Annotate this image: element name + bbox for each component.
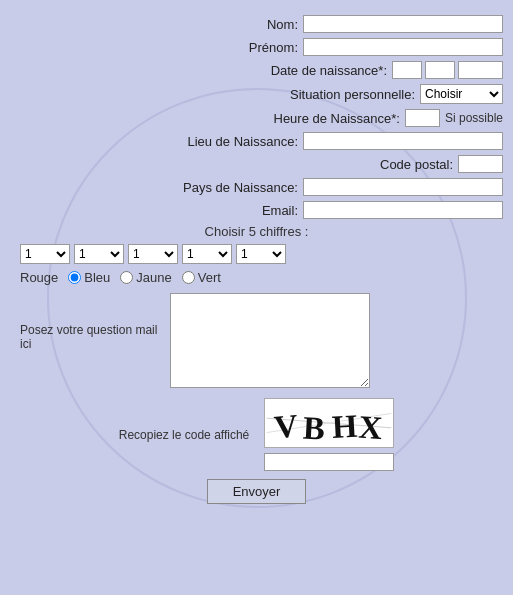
lieu-label: Lieu de Naissance:	[187, 134, 298, 149]
vert-label: Vert	[198, 270, 221, 285]
prenom-input[interactable]	[303, 38, 503, 56]
bleu-radio[interactable]	[68, 271, 81, 284]
dob-day-input[interactable]	[392, 61, 422, 79]
question-section: Posez votre question mail ici	[10, 293, 503, 388]
email-row: Email:	[10, 201, 503, 219]
bleu-label: Bleu	[84, 270, 110, 285]
dob-row: Date de naissance*:	[10, 61, 503, 79]
pays-row: Pays de Naissance:	[10, 178, 503, 196]
lieu-row: Lieu de Naissance:	[10, 132, 503, 150]
pays-label: Pays de Naissance:	[183, 180, 298, 195]
situation-select[interactable]: Choisir Célibataire Marié(e) Divorcé(e) …	[420, 84, 503, 104]
digit-dropdowns-row: 1234 56789 1234 56789 1234 56789 1234 56…	[10, 244, 503, 264]
jaune-option: Jaune	[120, 270, 171, 285]
submit-button[interactable]: Envoyer	[207, 479, 307, 504]
si-possible-text: Si possible	[445, 111, 503, 125]
digit-select-2[interactable]: 1234 56789	[74, 244, 124, 264]
question-label: Posez votre question mail ici	[20, 293, 160, 388]
situation-label: Situation personnelle:	[290, 87, 415, 102]
lieu-input[interactable]	[303, 132, 503, 150]
pays-input[interactable]	[303, 178, 503, 196]
rouge-label: Rouge	[20, 270, 58, 285]
situation-row: Situation personnelle: Choisir Célibatai…	[10, 84, 503, 104]
digit-select-1[interactable]: 1234 56789	[20, 244, 70, 264]
digit-select-3[interactable]: 1234 56789	[128, 244, 178, 264]
svg-text:B: B	[302, 409, 329, 446]
email-label: Email:	[262, 203, 298, 218]
dob-year-input[interactable]	[458, 61, 503, 79]
choisir-5-row: Choisir 5 chiffres :	[10, 224, 503, 239]
prenom-row: Prénom:	[10, 38, 503, 56]
captcha-right: V B H X	[264, 398, 394, 471]
svg-text:X: X	[358, 409, 388, 447]
email-input[interactable]	[303, 201, 503, 219]
main-form: Nom: Prénom: Date de naissance*: Situati…	[0, 0, 513, 514]
dob-month-input[interactable]	[425, 61, 455, 79]
submit-row: Envoyer	[10, 479, 503, 504]
choisir-5-label: Choisir 5 chiffres :	[205, 224, 309, 239]
jaune-label: Jaune	[136, 270, 171, 285]
nom-row: Nom:	[10, 15, 503, 33]
captcha-section: Recopiez le code affiché V B H X	[10, 398, 503, 471]
prenom-label: Prénom:	[249, 40, 298, 55]
digit-select-5[interactable]: 1234 56789	[236, 244, 286, 264]
captcha-image: V B H X	[264, 398, 394, 448]
nom-label: Nom:	[267, 17, 298, 32]
heure-row: Heure de Naissance*: Si possible	[10, 109, 503, 127]
captcha-label: Recopiez le code affiché	[119, 428, 250, 442]
postal-label: Code postal:	[380, 157, 453, 172]
jaune-radio[interactable]	[120, 271, 133, 284]
postal-row: Code postal:	[10, 155, 503, 173]
digit-select-4[interactable]: 1234 56789	[182, 244, 232, 264]
captcha-input[interactable]	[264, 453, 394, 471]
vert-radio[interactable]	[182, 271, 195, 284]
svg-text:V: V	[273, 407, 303, 445]
nom-input[interactable]	[303, 15, 503, 33]
dob-label: Date de naissance*:	[271, 63, 387, 78]
question-textarea[interactable]	[170, 293, 370, 388]
postal-input[interactable]	[458, 155, 503, 173]
heure-label: Heure de Naissance*:	[274, 111, 400, 126]
captcha-svg: V B H X	[265, 399, 393, 447]
heure-input[interactable]	[405, 109, 440, 127]
bleu-option: Bleu	[68, 270, 110, 285]
colors-row: Rouge Bleu Jaune Vert	[10, 270, 503, 285]
vert-option: Vert	[182, 270, 221, 285]
